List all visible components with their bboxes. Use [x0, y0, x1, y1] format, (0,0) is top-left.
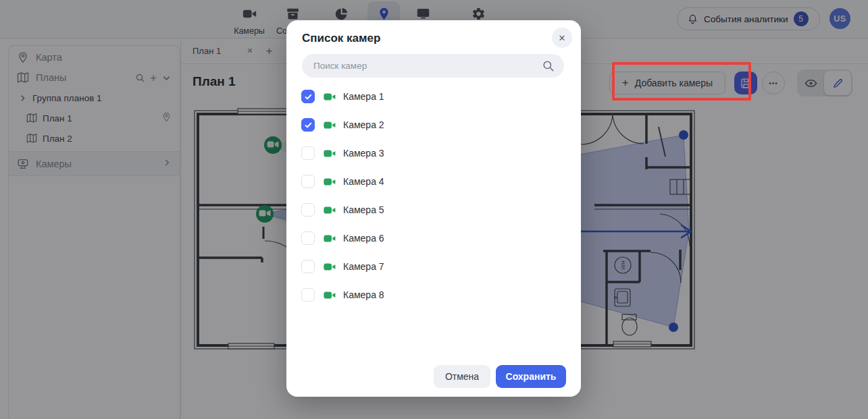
camera-checkbox[interactable] — [301, 90, 315, 103]
save-button[interactable]: Сохранить — [496, 365, 566, 388]
check-icon — [304, 121, 313, 130]
camera-name: Камера 8 — [343, 289, 384, 300]
camera-checkbox[interactable] — [301, 260, 315, 273]
camera-row[interactable]: Камера 3 — [301, 139, 566, 167]
close-button[interactable]: ✕ — [552, 28, 572, 48]
modal-footer: Отмена Сохранить — [434, 365, 566, 388]
camera-row[interactable]: Камера 1 — [301, 82, 566, 111]
camera-icon — [323, 148, 337, 159]
camera-name: Камера 3 — [343, 148, 384, 159]
camera-icon — [323, 290, 337, 300]
camera-checkbox[interactable] — [301, 118, 315, 132]
camera-checkbox[interactable] — [301, 146, 315, 160]
camera-checkbox[interactable] — [301, 288, 315, 302]
camera-checkbox[interactable] — [301, 175, 315, 188]
camera-name: Камера 1 — [343, 91, 384, 102]
camera-icon — [323, 205, 337, 215]
camera-search-input[interactable] — [302, 54, 564, 78]
camera-icon — [323, 177, 337, 187]
camera-name: Камера 7 — [343, 261, 384, 272]
camera-row[interactable]: Камера 6 — [301, 224, 566, 252]
camera-list-modal: Список камер ✕ Камера 1 Камера 2 Камера … — [286, 20, 581, 397]
camera-name: Камера 5 — [343, 204, 384, 215]
camera-search — [302, 54, 564, 78]
camera-icon — [323, 92, 337, 102]
camera-list: Камера 1 Камера 2 Камера 3 Камера 4 Каме… — [301, 82, 566, 309]
camera-row[interactable]: Камера 2 — [301, 111, 566, 139]
camera-name: Камера 6 — [343, 233, 384, 244]
close-icon: ✕ — [559, 33, 566, 43]
cancel-button[interactable]: Отмена — [434, 365, 490, 388]
camera-icon — [323, 262, 337, 272]
check-icon — [304, 92, 313, 101]
app-screen: Камеры События — [0, 0, 868, 419]
camera-checkbox[interactable] — [301, 203, 315, 217]
camera-row[interactable]: Камера 5 — [301, 196, 566, 224]
camera-icon — [323, 120, 337, 130]
camera-checkbox[interactable] — [301, 231, 315, 245]
camera-row[interactable]: Камера 4 — [301, 167, 566, 196]
camera-row[interactable]: Камера 7 — [301, 252, 566, 281]
camera-icon — [323, 233, 337, 244]
camera-name: Камера 2 — [343, 119, 384, 130]
camera-name: Камера 4 — [343, 176, 384, 187]
camera-row[interactable]: Камера 8 — [301, 281, 566, 309]
modal-title: Список камер — [302, 32, 380, 45]
search-icon — [542, 59, 555, 72]
